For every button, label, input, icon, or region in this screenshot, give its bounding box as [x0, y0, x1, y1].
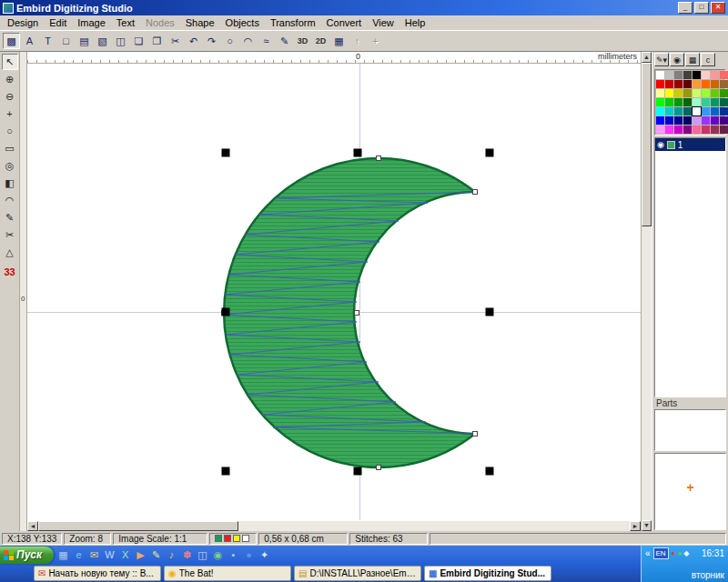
- move-up-button[interactable]: ↑: [349, 33, 366, 49]
- arc-tool-button[interactable]: ◠: [239, 33, 257, 49]
- tray-icon-volume[interactable]: ◆: [683, 549, 689, 557]
- open-design-button[interactable]: ▤: [76, 33, 93, 49]
- menu-text[interactable]: Text: [111, 16, 140, 29]
- paint-icon[interactable]: ✽: [179, 547, 195, 562]
- palette-color-6[interactable]: [711, 71, 719, 79]
- palette-color-14[interactable]: [711, 80, 719, 88]
- horizontal-scroll-thumb[interactable]: [38, 521, 238, 531]
- tray-icon-green[interactable]: ●: [677, 549, 682, 557]
- crescent-design[interactable]: [224, 158, 475, 467]
- close-button[interactable]: ✕: [711, 2, 725, 14]
- palette-color-31[interactable]: [720, 98, 728, 106]
- palette-color-43[interactable]: [683, 116, 692, 125]
- music-icon[interactable]: ♪: [164, 547, 179, 562]
- color-wheel-button[interactable]: ◉: [670, 53, 684, 66]
- tools-icon[interactable]: ✦: [257, 547, 272, 562]
- zoom-in-tool[interactable]: ⊕: [2, 71, 18, 87]
- new-design-button[interactable]: □: [57, 33, 75, 49]
- design-canvas[interactable]: [27, 64, 641, 520]
- palette-color-38[interactable]: [711, 107, 719, 115]
- media-player-icon[interactable]: ▶: [133, 547, 148, 562]
- palette-color-28[interactable]: [693, 98, 701, 106]
- archive-icon[interactable]: ◫: [195, 547, 210, 562]
- palette-color-36[interactable]: [693, 107, 701, 115]
- palette-color-13[interactable]: [702, 80, 710, 88]
- menu-transform[interactable]: Transform: [265, 16, 321, 29]
- palette-color-34[interactable]: [674, 107, 682, 115]
- palette-color-42[interactable]: [674, 116, 682, 125]
- design-properties-button[interactable]: ▩: [3, 33, 20, 49]
- pan-tool[interactable]: +: [2, 105, 18, 122]
- palette-color-23[interactable]: [720, 89, 728, 97]
- palette-color-4[interactable]: [693, 71, 701, 79]
- menu-convert[interactable]: Convert: [321, 16, 368, 29]
- ellipse-tool-button[interactable]: ○: [221, 33, 238, 49]
- menu-objects[interactable]: Objects: [220, 16, 265, 29]
- language-indicator[interactable]: EN: [653, 547, 669, 559]
- wave-tool-button[interactable]: ≈: [258, 33, 275, 49]
- vertical-scrollbar[interactable]: ▲ ▼: [641, 52, 652, 531]
- zoom-out-tool[interactable]: ⊖: [2, 88, 18, 105]
- vertical-scroll-thumb[interactable]: [642, 63, 652, 226]
- palette-color-40[interactable]: [656, 116, 664, 125]
- palette-color-55[interactable]: [720, 125, 728, 134]
- cmd-icon[interactable]: ▪: [226, 547, 241, 562]
- palette-color-33[interactable]: [665, 107, 673, 115]
- import-image-button[interactable]: ▧: [94, 33, 111, 49]
- palette-color-30[interactable]: [711, 98, 719, 106]
- center-design-button[interactable]: +: [367, 33, 384, 49]
- palette-color-3[interactable]: [683, 71, 692, 79]
- menu-design[interactable]: Design: [2, 16, 44, 29]
- rectangle-tool[interactable]: ▭: [2, 140, 18, 156]
- mail-icon[interactable]: ✉: [86, 547, 102, 562]
- palette-color-24[interactable]: [656, 98, 664, 106]
- horizontal-scrollbar[interactable]: ◄ ►: [27, 520, 641, 531]
- word-icon[interactable]: W: [102, 547, 117, 562]
- palette-color-44[interactable]: [693, 116, 701, 125]
- maximize-button[interactable]: □: [694, 2, 709, 14]
- view-3d-button[interactable]: 3D: [294, 33, 311, 49]
- thread-catalog-button[interactable]: c: [701, 53, 715, 66]
- ie-icon[interactable]: e: [71, 547, 86, 562]
- palette-color-50[interactable]: [674, 125, 682, 134]
- palette-color-9[interactable]: [665, 80, 673, 88]
- outline-tool[interactable]: ◎: [2, 157, 18, 174]
- cut-button[interactable]: ✂: [167, 33, 184, 49]
- palette-color-22[interactable]: [711, 89, 719, 97]
- select-tool[interactable]: ↖: [2, 54, 18, 70]
- clock[interactable]: 16:31: [702, 548, 724, 558]
- menu-nodes[interactable]: Nodes: [140, 16, 180, 29]
- monogram-tool-button[interactable]: T: [39, 33, 56, 49]
- palette-color-35[interactable]: [683, 107, 692, 115]
- notes-icon[interactable]: ✎: [148, 547, 164, 562]
- taskbar-task-2[interactable]: ▤D:\INSTALL\Разное\Embird: [294, 566, 421, 581]
- palette-color-53[interactable]: [702, 125, 710, 134]
- palette-color-26[interactable]: [674, 98, 682, 106]
- menu-view[interactable]: View: [367, 16, 399, 29]
- stitch-mode-dropdown[interactable]: ✎▾: [654, 53, 669, 66]
- menu-edit[interactable]: Edit: [44, 16, 72, 29]
- palette-color-37[interactable]: [702, 107, 710, 115]
- palette-color-41[interactable]: [665, 116, 673, 125]
- taskbar-task-0[interactable]: ✉Начать новую тему :: В...: [34, 566, 161, 581]
- palette-color-21[interactable]: [702, 89, 710, 97]
- palette-color-5[interactable]: [702, 71, 710, 79]
- palette-color-25[interactable]: [665, 98, 673, 106]
- grid-toggle-button[interactable]: ▦: [330, 33, 348, 49]
- export-button[interactable]: ❏: [130, 33, 147, 49]
- excel-icon[interactable]: X: [117, 547, 133, 562]
- scroll-right-arrow[interactable]: ►: [630, 521, 641, 531]
- horizontal-scroll-track[interactable]: [238, 521, 630, 531]
- start-button[interactable]: Пуск: [0, 547, 54, 564]
- palette-color-52[interactable]: [693, 125, 701, 134]
- palette-color-10[interactable]: [674, 80, 682, 88]
- menu-image[interactable]: Image: [72, 16, 111, 29]
- scroll-left-arrow[interactable]: ◄: [27, 521, 38, 531]
- palette-color-46[interactable]: [711, 116, 719, 125]
- text-tool-button[interactable]: A: [21, 33, 38, 49]
- palette-color-0[interactable]: [656, 71, 664, 79]
- palette-color-2[interactable]: [674, 71, 682, 79]
- palette-color-51[interactable]: [683, 125, 692, 134]
- palette-color-11[interactable]: [683, 80, 692, 88]
- freehand-tool[interactable]: ✎: [2, 209, 18, 226]
